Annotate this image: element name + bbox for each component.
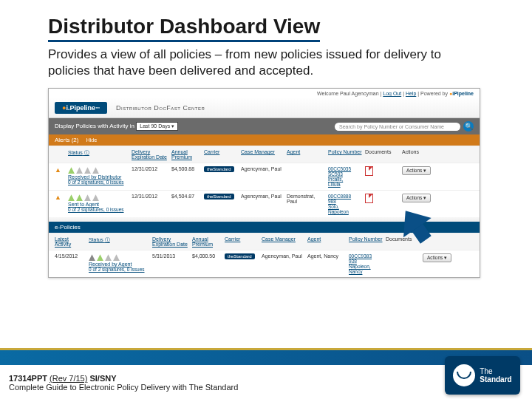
slide-subtitle: Provides a view of all policies – from n… xyxy=(48,47,462,79)
cell-premium: $4,000.50 xyxy=(192,253,222,259)
cell-date: 12/31/2012 xyxy=(132,166,168,171)
status-label[interactable]: Received by Distributor xyxy=(68,174,129,180)
col-delivery-exp[interactable]: Delivery Expiration Date xyxy=(152,236,189,247)
cell-premium: $4,500.88 xyxy=(171,166,201,171)
grid-header: Latest Activity Status ⓘ Delivery Expira… xyxy=(49,233,480,250)
search-input[interactable]: Search by Policy Number or Consumer Name xyxy=(335,123,460,131)
policy-link[interactable]: 00CC9383 xyxy=(349,253,383,259)
alert-icon: ▲ xyxy=(55,166,65,174)
insured-link[interactable]: Napoleon xyxy=(328,209,362,214)
status-step-icon xyxy=(105,254,112,261)
app-screenshot: Welcome Paul Agencyman | Log Out | Help … xyxy=(48,88,480,278)
cell-case-mgr: Agencyman, Paul xyxy=(262,253,304,259)
cell-date: 12/31/2012 xyxy=(132,194,168,199)
standard-logo: TheStandard xyxy=(445,356,520,395)
col-case-manager[interactable]: Case Manager xyxy=(241,149,284,154)
actions-button[interactable]: Actions ▾ xyxy=(402,194,431,202)
powered-label: Powered by xyxy=(420,91,448,96)
insured-link[interactable]: Liliula xyxy=(328,182,362,187)
col-case-manager[interactable]: Case Manager xyxy=(262,236,304,242)
filter-bar: Display Policies with Activity in Last 9… xyxy=(49,118,480,134)
col-documents: Documents xyxy=(365,149,399,154)
status-step-icon xyxy=(84,194,91,201)
table-row: ▲ Received by Distributor 0 of 2 signatu… xyxy=(49,163,480,190)
status-label[interactable]: Sent to Agent xyxy=(68,202,129,207)
cell-latest: 4/15/2012 xyxy=(55,253,86,259)
filter-dropdown[interactable]: Last 90 Days ▾ xyxy=(136,122,178,131)
grid-header: Status ⓘ Delivery Expiration Date Annual… xyxy=(49,146,480,163)
cell-agent: Demonstrat, Paul xyxy=(287,194,325,204)
status-step-icon xyxy=(68,167,75,174)
actions-button[interactable]: Actions ▾ xyxy=(423,253,451,262)
cell-case-mgr: Agencyman, Paul xyxy=(241,166,284,171)
insured-link[interactable]: Nancy xyxy=(349,269,383,274)
col-delivery-exp[interactable]: Delivery Expiration Date xyxy=(132,149,168,160)
user-bar: Welcome Paul Agencyman | Log Out | Help … xyxy=(49,89,480,98)
search-button[interactable]: 🔍 xyxy=(463,121,474,132)
footer-guide: Complete Guide to Electronic Policy Deli… xyxy=(9,383,238,392)
table-row: 4/15/2012 Received by Agent 0 of 2 signa… xyxy=(49,250,480,277)
signature-link[interactable]: 0 of 2 signatures, 0 issues xyxy=(89,267,149,272)
center-title: Distributor DocFast Center xyxy=(116,104,205,112)
cell-agent: Agent, Nancy xyxy=(307,253,346,259)
insured-link[interactable]: Solo, xyxy=(328,204,362,209)
insured-link[interactable]: Napoleon, xyxy=(349,264,383,269)
policy-link[interactable]: SC503 xyxy=(328,171,362,177)
pdf-icon[interactable] xyxy=(365,166,373,176)
epolicies-bar: e-Policies xyxy=(49,222,480,233)
status-step-icon xyxy=(84,167,91,174)
col-carrier[interactable]: Carrier xyxy=(225,236,259,242)
policy-link[interactable]: 938 xyxy=(349,259,383,264)
alerts-hide-link[interactable]: Hide xyxy=(86,137,97,143)
footer-rev: (Rev 7/15) xyxy=(50,374,87,383)
footer-text: 17314PPT (Rev 7/15) SI/SNY Complete Guid… xyxy=(9,374,238,392)
status-step-icon xyxy=(68,194,75,201)
cell-case-mgr: Agencyman, Paul xyxy=(241,194,284,199)
actions-button[interactable]: Actions ▾ xyxy=(402,166,431,175)
status-step-icon xyxy=(97,254,103,261)
filter-label: Display Policies with Activity in xyxy=(55,123,134,129)
carrier-badge: theStandard xyxy=(204,194,234,200)
col-policy[interactable]: Policy Number xyxy=(328,149,362,154)
status-step-icon xyxy=(76,194,83,201)
policy-link[interactable]: 00CC8888 xyxy=(328,194,362,199)
status-step-icon xyxy=(89,254,95,261)
col-status[interactable]: Status ⓘ xyxy=(89,236,149,244)
status-step-icon xyxy=(113,254,120,261)
powered-brand: ●iPipeline xyxy=(449,91,474,96)
alerts-label: Alerts (2) xyxy=(55,137,78,143)
policy-link[interactable]: 988 xyxy=(328,199,362,204)
status-step-icon xyxy=(92,167,99,174)
slide-title: Distributor Dashboard View xyxy=(48,15,320,42)
alert-icon: ▲ xyxy=(55,194,65,201)
insured-link[interactable]: Incalls, xyxy=(328,177,362,182)
logout-link[interactable]: Log Out xyxy=(383,91,401,96)
col-documents: Documents xyxy=(386,236,420,242)
signature-link[interactable]: 0 of 2 signatures, 0 issues xyxy=(68,207,129,212)
carrier-badge: theStandard xyxy=(204,166,234,172)
col-status[interactable]: Status ⓘ xyxy=(68,149,129,157)
pdf-icon[interactable] xyxy=(365,194,373,203)
info-icon[interactable]: ⓘ xyxy=(84,150,89,155)
cell-date: 5/31/2013 xyxy=(152,253,189,259)
policy-link[interactable]: 00CC5035 xyxy=(328,166,362,171)
standard-logo-mark xyxy=(453,364,475,386)
col-actions: Actions xyxy=(402,149,436,154)
status-label[interactable]: Received by Agent xyxy=(89,262,149,267)
carrier-badge: theStandard xyxy=(225,253,255,259)
col-premium[interactable]: Annual Premium xyxy=(171,149,201,160)
col-carrier[interactable]: Carrier xyxy=(204,149,238,154)
status-step-icon xyxy=(76,167,83,174)
top-bar: ●i.Pipeline™ Distributor DocFast Center xyxy=(49,98,480,118)
col-latest-activity[interactable]: Latest Activity xyxy=(55,236,86,247)
col-premium[interactable]: Annual Premium xyxy=(192,236,222,247)
info-icon[interactable]: ⓘ xyxy=(105,237,110,242)
col-policy[interactable]: Policy Number xyxy=(349,236,383,242)
status-step-icon xyxy=(92,194,99,201)
footer-code: 17314PPT xyxy=(9,374,47,383)
help-link[interactable]: Help xyxy=(406,91,416,96)
col-agent[interactable]: Agent xyxy=(307,236,346,242)
alerts-bar: Alerts (2) Hide xyxy=(49,134,480,146)
col-agent[interactable]: Agent xyxy=(287,149,325,154)
signature-link[interactable]: 0 of 2 signatures, 0 issues xyxy=(68,180,129,185)
